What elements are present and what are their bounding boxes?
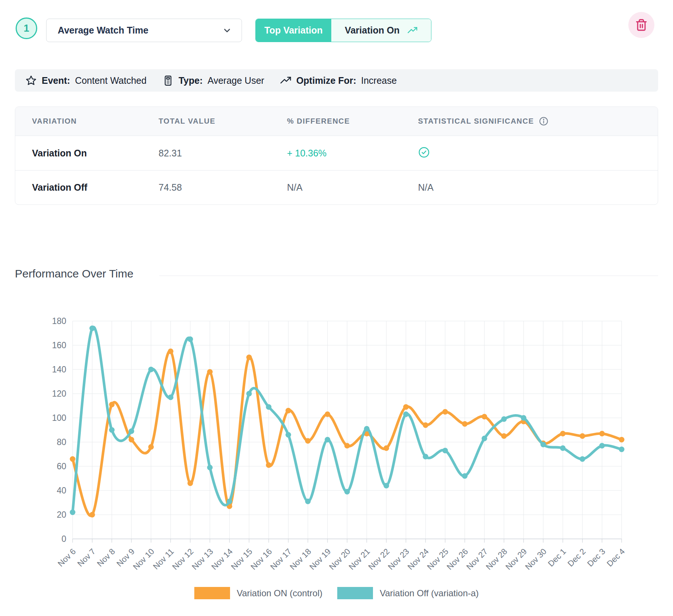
svg-text:Nov 24: Nov 24 [406, 547, 431, 572]
chevron-down-icon [222, 26, 232, 35]
svg-text:Nov 15: Nov 15 [229, 547, 254, 572]
svg-text:Nov 25: Nov 25 [425, 547, 450, 572]
y-axis-labels: 020406080100120140160180 [52, 316, 66, 544]
legend-label: Variation Off (variation-a) [380, 588, 479, 598]
toggle-top-variation[interactable]: Top Variation [256, 19, 331, 42]
svg-text:Dec 3: Dec 3 [586, 547, 607, 568]
toggle-variation-on[interactable]: Variation On [331, 19, 431, 42]
svg-text:Dec 1: Dec 1 [546, 547, 568, 568]
svg-text:Nov 23: Nov 23 [386, 547, 411, 572]
trending-up-icon [280, 75, 291, 86]
metric-dropdown[interactable]: Average Watch Time [46, 19, 242, 42]
legend-item-variation-on[interactable]: Variation ON (control) [194, 587, 322, 599]
svg-text:180: 180 [52, 316, 66, 326]
svg-text:Nov 12: Nov 12 [170, 547, 195, 572]
svg-text:100: 100 [52, 413, 66, 423]
row-variation-name: Variation On [32, 148, 159, 159]
step-number-badge: 1 [16, 18, 37, 39]
step-number: 1 [23, 23, 29, 34]
row-significance: N/A [418, 182, 658, 193]
toggle-variation-on-label: Variation On [345, 25, 399, 36]
col-significance: Statistical Significance [418, 116, 658, 126]
type-value: Average User [207, 75, 264, 86]
event-value: Content Watched [75, 75, 146, 86]
svg-text:20: 20 [57, 510, 66, 520]
results-table: Variation Total Value % Difference Stati… [15, 107, 658, 205]
legend-swatch-teal [337, 587, 373, 599]
metric-dropdown-value: Average Watch Time [58, 25, 222, 36]
svg-text:Dec 4: Dec 4 [605, 547, 626, 568]
optimize-value: Increase [361, 75, 397, 86]
table-row: Variation On 82.31 + 10.36% [15, 136, 658, 170]
svg-text:Nov 8: Nov 8 [95, 547, 117, 568]
svg-text:Nov 14: Nov 14 [210, 547, 235, 572]
svg-text:Nov 30: Nov 30 [523, 547, 548, 572]
svg-text:160: 160 [52, 340, 66, 350]
legend-swatch-orange [194, 587, 230, 599]
svg-text:Nov 21: Nov 21 [347, 547, 372, 572]
svg-text:80: 80 [57, 437, 66, 447]
svg-text:Nov 29: Nov 29 [504, 547, 529, 572]
svg-text:60: 60 [57, 461, 66, 471]
svg-text:Nov 10: Nov 10 [131, 547, 156, 572]
section-divider [159, 276, 658, 276]
svg-text:Nov 18: Nov 18 [288, 547, 313, 572]
svg-text:Nov 16: Nov 16 [249, 547, 274, 572]
variation-toggle-group: Top Variation Variation On [255, 19, 431, 42]
optimize-info: Optimize For: Increase [280, 75, 397, 86]
table-row: Variation Off 74.58 N/A N/A [15, 170, 658, 204]
svg-text:Nov 11: Nov 11 [151, 547, 176, 571]
event-label: Event: [42, 75, 70, 86]
x-axis-labels: Nov 6Nov 7Nov 8Nov 9Nov 10Nov 11Nov 12No… [56, 547, 626, 572]
delete-metric-button[interactable] [628, 12, 654, 38]
trending-up-icon [407, 25, 418, 36]
svg-text:Nov 28: Nov 28 [484, 547, 509, 572]
event-info: Event: Content Watched [25, 75, 147, 86]
col-significance-label: Statistical Significance [418, 117, 534, 126]
svg-text:120: 120 [52, 389, 66, 399]
svg-text:Nov 7: Nov 7 [76, 547, 97, 568]
info-icon[interactable] [539, 116, 549, 126]
row-variation-name: Variation Off [32, 182, 159, 193]
type-info: Type: Average User [162, 75, 264, 86]
col-variation: Variation [32, 117, 159, 126]
toggle-top-variation-label: Top Variation [264, 25, 323, 36]
row-significance [418, 146, 658, 160]
performance-chart: 020406080100120140160180Nov 6Nov 7Nov 8N… [15, 290, 658, 585]
svg-text:Nov 20: Nov 20 [327, 547, 352, 572]
star-icon [25, 75, 37, 86]
chart-section-title: Performance Over Time [15, 267, 133, 280]
chart-legend: Variation ON (control) Variation Off (va… [15, 587, 658, 599]
svg-text:140: 140 [52, 365, 66, 374]
svg-text:0: 0 [61, 534, 66, 544]
svg-text:Nov 22: Nov 22 [366, 547, 391, 572]
row-difference: + 10.36% [287, 148, 418, 159]
type-label: Type: [179, 75, 203, 86]
optimize-label: Optimize For: [296, 75, 356, 86]
svg-text:Nov 27: Nov 27 [465, 547, 489, 572]
check-circle-icon [418, 146, 430, 158]
row-total-value: 74.58 [159, 182, 287, 193]
svg-text:Nov 19: Nov 19 [307, 547, 332, 572]
metric-summary-bar: Event: Content Watched Type: Average Use… [15, 69, 658, 92]
legend-label: Variation ON (control) [237, 588, 322, 598]
svg-text:40: 40 [57, 486, 66, 495]
trash-icon [635, 19, 648, 31]
legend-item-variation-off[interactable]: Variation Off (variation-a) [337, 587, 479, 599]
row-total-value: 82.31 [159, 148, 287, 159]
chart-axes [73, 539, 622, 543]
svg-text:Nov 17: Nov 17 [268, 547, 293, 572]
calculator-icon [162, 75, 174, 86]
svg-text:Dec 2: Dec 2 [566, 547, 587, 568]
svg-text:Nov 26: Nov 26 [445, 547, 470, 572]
col-difference: % Difference [287, 117, 418, 126]
svg-text:Nov 6: Nov 6 [56, 547, 77, 568]
col-total-value: Total Value [159, 117, 287, 126]
table-header-row: Variation Total Value % Difference Stati… [15, 107, 658, 136]
svg-text:Nov 13: Nov 13 [190, 547, 215, 572]
row-difference: N/A [287, 182, 418, 193]
